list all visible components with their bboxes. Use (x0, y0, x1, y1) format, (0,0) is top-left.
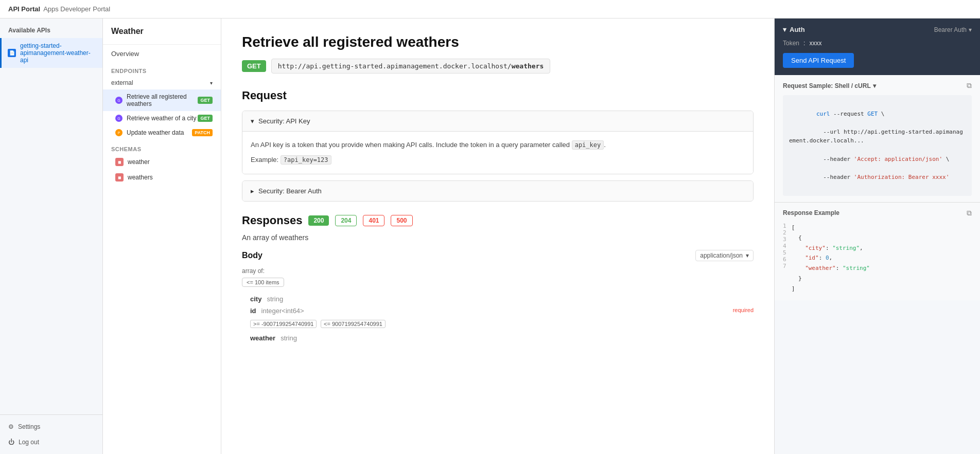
security-bearer-label: Security: Bearer Auth (258, 187, 322, 195)
security-api-key-header[interactable]: Security: API Key (242, 111, 753, 131)
schema-label: weather (128, 158, 150, 166)
copy-response-icon[interactable]: ⧉ (967, 209, 972, 217)
request-sample-label: Request Sample: Shell / cURL (783, 82, 871, 89)
items-badge: <= 100 items (242, 278, 284, 287)
security-bearer-header[interactable]: Security: Bearer Auth (242, 181, 753, 201)
settings-label: Settings (18, 423, 40, 430)
schema-icon: ◼ (115, 158, 124, 166)
logout-label: Log out (19, 439, 39, 446)
patch-badge: PATCH (192, 129, 213, 136)
logout-icon: ⏻ (8, 439, 14, 446)
auth-type[interactable]: Bearer Auth ▾ (934, 26, 972, 33)
token-label: Token (783, 40, 799, 47)
response-example-header: Response Example ⧉ (783, 209, 972, 217)
get-dot-icon: G (115, 115, 122, 122)
status-200-badge[interactable]: 200 (308, 215, 329, 226)
available-apis-title: Available APIs (0, 19, 102, 38)
endpoint-url: http://api.getting-started.apimanagement… (271, 59, 551, 74)
logout-item[interactable]: ⏻ Log out (0, 434, 102, 450)
example-label: Example: (251, 156, 278, 164)
code-content: [ { "city": "string", "id": 0, "weather"… (792, 223, 870, 294)
url-bar: GET http://api.getting-started.apimanage… (242, 59, 754, 74)
response-example-title: Response Example (783, 209, 839, 216)
constraint-min: >= -9007199254740991 (250, 320, 317, 328)
field-required-badge: required (733, 307, 754, 313)
responses-title: Responses (242, 214, 302, 227)
auth-title: ▾ Auth (783, 26, 805, 33)
api-key-description: An API key is a token that you provide w… (251, 141, 570, 149)
overview-link[interactable]: Overview (103, 45, 221, 63)
response-example-label: Response Example (783, 209, 839, 216)
schema-label: weathers (128, 174, 153, 181)
field-name-id: id (250, 307, 256, 315)
schema-tree: city string id integer<int64> required >… (250, 293, 754, 344)
schemas-section-label: SCHEMAS (103, 142, 221, 154)
app-title: API Portal (8, 5, 40, 13)
schema-weathers[interactable]: ◼ weathers (103, 170, 221, 185)
field-type-weather: string (281, 334, 297, 342)
endpoints-group-label: external (111, 79, 133, 86)
endpoint-retrieve-all[interactable]: G Retrieve all registered weathers GET (103, 89, 221, 111)
get-dot-icon: G (115, 97, 122, 104)
right-panel: ▾ Auth Bearer Auth ▾ Token : xxxx Send A… (774, 19, 980, 454)
endpoints-group-header[interactable]: external (103, 76, 221, 89)
sample-chevron-icon: ▾ (873, 82, 876, 89)
main-layout: Available APIs 📄 getting-started-apimana… (0, 19, 980, 454)
chevron-down-icon (210, 80, 213, 86)
responses-header: Responses 200 204 401 500 (242, 214, 754, 227)
auth-panel-header: ▾ Auth Bearer Auth ▾ (783, 26, 972, 33)
endpoint-update-weather[interactable]: P Update weather data PATCH (103, 125, 221, 140)
status-204-badge[interactable]: 204 (335, 215, 357, 226)
url-base: http://api.getting-started.apimanagement… (278, 62, 512, 70)
send-api-request-button[interactable]: Send API Request (783, 53, 854, 68)
settings-icon: ⚙ (8, 423, 14, 430)
auth-type-chevron-icon: ▾ (969, 26, 972, 33)
api-key-param: api_key (572, 140, 604, 150)
auth-token-row: Token : xxxx (783, 40, 972, 47)
security-bearer-block: Security: Bearer Auth (242, 180, 754, 202)
auth-type-label: Bearer Auth (934, 26, 967, 33)
field-id-group: id integer<int64> required >= -900719925… (250, 305, 754, 328)
settings-item[interactable]: ⚙ Settings (0, 419, 102, 434)
security-api-key-label: Security: API Key (258, 117, 310, 125)
endpoint-retrieve-city[interactable]: G Retrieve weather of a city GET (103, 111, 221, 125)
sidebar-item-api[interactable]: 📄 getting-started-apimanagement-weather-… (0, 38, 102, 68)
left-sidebar: Available APIs 📄 getting-started-apimana… (0, 19, 103, 454)
field-name-city: city (250, 295, 261, 303)
array-label: array of: (242, 267, 754, 275)
content-type-label: application/json (700, 252, 743, 259)
line-numbers: 1234567 (783, 223, 786, 294)
schema-weather[interactable]: ◼ weather (103, 154, 221, 170)
url-path: weathers (512, 62, 544, 70)
api-icon: 📄 (8, 49, 16, 57)
sidebar-item-label: getting-started-apimanagement-weather-ap… (20, 42, 96, 64)
status-500-badge[interactable]: 500 (391, 215, 412, 226)
copy-icon[interactable]: ⧉ (967, 81, 972, 90)
response-example-panel: Response Example ⧉ 1234567 [ { "city": "… (775, 203, 980, 300)
auth-collapse-icon: ▾ (783, 26, 786, 33)
response-example-code: 1234567 [ { "city": "string", "id": 0, "… (783, 223, 972, 294)
chevron-down-icon (251, 117, 254, 125)
field-city: city string (250, 293, 754, 305)
request-sample-title: Request Sample: Shell / cURL ▾ (783, 82, 876, 89)
status-401-badge[interactable]: 401 (363, 215, 384, 226)
get-badge: GET (198, 115, 213, 122)
app-subtitle: Apps Developer Portal (43, 5, 110, 13)
main-content: Retrieve all registered weathers GET htt… (221, 19, 774, 454)
request-sample-panel: Request Sample: Shell / cURL ▾ ⧉ curl --… (775, 75, 980, 203)
field-id-constraints: >= -9007199254740991 <= 9007199254740991 (250, 319, 754, 328)
auth-label: Auth (790, 26, 805, 33)
token-value: xxxx (809, 40, 821, 47)
sidebar-bottom: ⚙ Settings ⏻ Log out (0, 414, 102, 454)
endpoint-label: Retrieve all registered weathers (127, 93, 198, 107)
topbar: API Portal Apps Developer Portal (0, 0, 980, 19)
get-badge: GET (198, 97, 213, 104)
request-sample-code: curl --request GET \ --url http://api.ge… (783, 95, 972, 196)
method-badge: GET (242, 60, 266, 72)
page-title: Retrieve all registered weathers (242, 34, 754, 50)
constraint-max: <= 9007199254740991 (321, 320, 386, 328)
content-type-select[interactable]: application/json ▾ (695, 250, 754, 261)
token-separator: : (803, 40, 805, 47)
example-value: ?api_key=123 (281, 155, 331, 165)
dropdown-chevron-icon: ▾ (746, 252, 749, 259)
